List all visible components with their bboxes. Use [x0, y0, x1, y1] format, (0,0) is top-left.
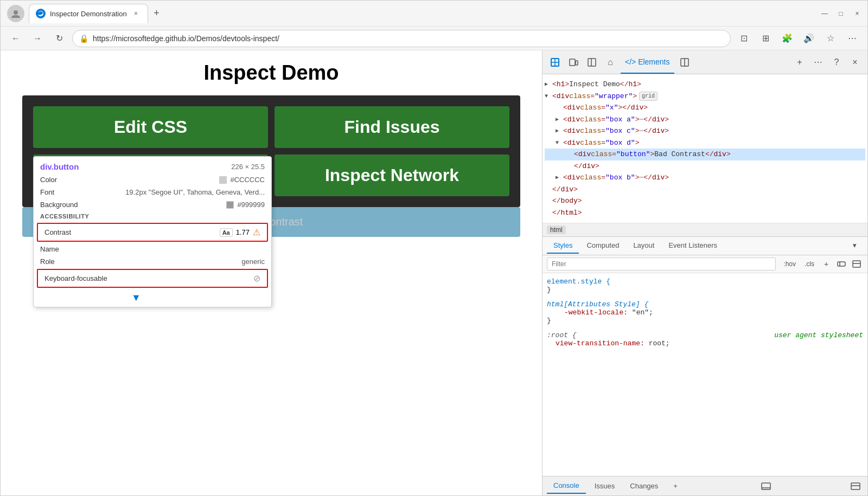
contrast-number: 1.77 [236, 228, 250, 236]
extensions-icon[interactable]: 🧩 [778, 30, 796, 47]
role-value: generic [241, 257, 265, 266]
svg-rect-13 [853, 261, 860, 267]
contrast-label: Contrast [44, 228, 71, 236]
tooltip-role-row: Role generic [34, 255, 271, 268]
expand-icon[interactable]: ▶ [556, 115, 563, 124]
devtools-more-tools: + ⋯ ? × [792, 54, 863, 70]
main-area: Inspect Demo Edit CSS Find Issues Use th… [1, 50, 867, 495]
devtools-bottom-bar: Console Issues Changes + [542, 476, 867, 495]
filter-input[interactable] [547, 257, 776, 270]
find-issues-button[interactable]: Find Issues [275, 106, 509, 148]
maximize-button[interactable]: □ [837, 10, 845, 17]
back-button[interactable]: ← [7, 30, 24, 47]
svg-rect-17 [851, 483, 860, 489]
split-screen-icon[interactable]: ⊡ [735, 30, 752, 47]
home-icon[interactable]: ⌂ [602, 54, 618, 70]
tab-close-button[interactable]: × [131, 9, 141, 18]
console-tab[interactable]: Console [547, 478, 586, 494]
more-tabs-button[interactable]: ▾ [846, 238, 863, 254]
expand-icon[interactable]: ▶ [556, 173, 563, 182]
elements-tab[interactable]: </> Elements [621, 50, 674, 74]
collections-icon[interactable]: ⊞ [757, 30, 774, 47]
page-heading: Inspect Demo [11, 61, 531, 85]
dom-line: ▶ </div> [545, 184, 865, 196]
close-devtools-icon[interactable]: × [847, 54, 863, 70]
new-style-rule-icon[interactable] [850, 257, 863, 270]
title-bar: Inspector Demonstration × + — □ × [1, 1, 867, 27]
expand-icon[interactable]: ▼ [545, 92, 552, 100]
inspect-network-button[interactable]: Inspect Network [275, 154, 509, 196]
tooltip-pointer: ▼ [34, 292, 271, 307]
role-label: Role [40, 257, 55, 266]
background-swatch [226, 201, 234, 209]
minimize-button[interactable]: — [821, 10, 828, 17]
device-emulation-icon[interactable] [565, 54, 582, 70]
lock-icon: 🔒 [79, 34, 88, 43]
inspect-element-icon[interactable] [547, 54, 563, 70]
dom-line: ▶ <div class="box a" > ⋯ </div> [545, 114, 865, 126]
keyboard-icon: ⊘ [253, 273, 260, 284]
panel-icon[interactable] [676, 54, 693, 70]
filter-buttons: :hov .cls + [780, 257, 863, 270]
warning-icon: ⚠ [253, 227, 260, 237]
dom-line: ▶ <div class="x" ></div> [545, 102, 865, 114]
edit-css-button[interactable]: Edit CSS [33, 106, 268, 148]
undock-icon[interactable] [848, 479, 863, 494]
styles-tabs: Styles Computed Layout Event Listeners ▾ [542, 237, 867, 255]
computed-tab[interactable]: Computed [580, 238, 626, 254]
font-value: 19.2px "Segoe UI", Tahoma, Geneva, Verd.… [125, 188, 265, 196]
sidebar-toggle-icon[interactable] [584, 54, 600, 70]
css-rules[interactable]: element.style { } html[Attributes Style]… [542, 273, 867, 476]
forward-button[interactable]: → [29, 30, 46, 47]
refresh-button[interactable]: ↻ [50, 30, 68, 47]
window-controls: — □ × [821, 10, 861, 17]
more-tools-icon[interactable]: ⋯ [810, 54, 826, 70]
hov-button[interactable]: :hov [780, 259, 799, 269]
tooltip-class: div.button [40, 162, 79, 171]
contrast-row: Contrast Aa 1.77 ⚠ [37, 223, 268, 242]
dom-line: ▶ <div class="box c" > ⋯ </div> [545, 125, 865, 137]
new-tab-button[interactable]: + [148, 5, 165, 22]
dock-side-icon[interactable] [758, 479, 774, 494]
cls-button[interactable]: .cls [801, 259, 818, 269]
styles-tab[interactable]: Styles [547, 238, 579, 254]
inspect-tooltip: div.button 226 × 25.5 Color #CCCCCC Font… [33, 156, 272, 307]
address-bar[interactable]: 🔒 https://microsoftedge.github.io/Demos/… [72, 30, 731, 47]
favorites-icon[interactable]: ☆ [822, 30, 839, 47]
color-value: #CCCCCC [219, 176, 265, 184]
user-avatar[interactable] [7, 5, 24, 22]
element-style-selector: element.style { [547, 278, 610, 286]
grid-badge[interactable]: grid [639, 92, 658, 101]
dom-tree[interactable]: ▶ <h1>Inspect Demo</h1> ▼ <div class="wr… [542, 74, 867, 223]
css-rule-element-style: element.style { } [547, 278, 863, 294]
webkit-locale-prop: -webkit-locale: [556, 308, 628, 317]
tooltip-font-row: Font 19.2px "Segoe UI", Tahoma, Geneva, … [34, 186, 271, 198]
css-rule-root: :root { user agent stylesheet view-trans… [547, 331, 863, 347]
tooltip-background-row: Background #999999 [34, 198, 271, 211]
expand-icon[interactable]: ▼ [556, 139, 563, 147]
issues-tab[interactable]: Issues [588, 479, 622, 493]
layout-tab[interactable]: Layout [627, 238, 661, 254]
event-listeners-tab[interactable]: Event Listeners [662, 238, 724, 254]
root-selector: :root { [547, 331, 577, 339]
breadcrumb-item[interactable]: html [547, 226, 566, 234]
changes-tab[interactable]: Changes [623, 479, 665, 493]
expand-icon[interactable]: ▶ [556, 127, 563, 135]
add-rule-button[interactable]: + [820, 257, 833, 270]
add-tab-button[interactable]: + [667, 479, 684, 493]
toggle-element-state-icon[interactable] [835, 257, 848, 270]
tooltip-size: 226 × 25.5 [231, 163, 265, 171]
help-icon[interactable]: ? [828, 54, 845, 70]
active-tab[interactable]: Inspector Demonstration × [29, 4, 148, 23]
read-aloud-icon[interactable]: 🔊 [800, 30, 818, 47]
close-button[interactable]: × [853, 10, 861, 17]
dom-line-selected[interactable]: ▶ <div class="button" >Bad Contrast</div… [545, 149, 865, 160]
dom-breadcrumb: html [542, 223, 867, 237]
more-options-icon[interactable]: ⋯ [844, 30, 861, 47]
browser-window: Inspector Demonstration × + — □ × ← → ↻ … [0, 0, 868, 496]
svg-rect-6 [576, 61, 578, 65]
nav-right-icons: ⊡ ⊞ 🧩 🔊 ☆ ⋯ [735, 30, 861, 47]
expand-icon[interactable]: ▶ [545, 80, 552, 88]
add-panel-icon[interactable]: + [792, 54, 808, 70]
title-bar-left [7, 5, 24, 22]
